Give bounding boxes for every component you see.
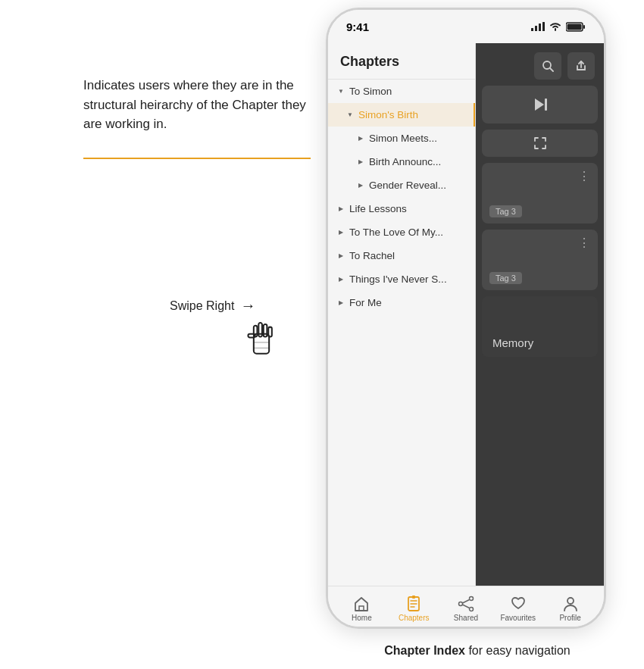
chapters-icon — [405, 596, 422, 612]
chapter-item-simon-meets[interactable]: Simon Meets... — [328, 127, 475, 150]
arrow-right-icon: → — [240, 297, 255, 314]
nav-item-home[interactable]: Home — [336, 596, 388, 622]
nav-home-label: Home — [352, 614, 372, 622]
search-button[interactable] — [534, 52, 561, 80]
signal-icon — [531, 22, 545, 31]
chapters-header: Chapters — [328, 43, 475, 80]
chevron-icon — [345, 110, 355, 120]
annotation-line — [83, 158, 311, 159]
svg-point-30 — [567, 598, 574, 604]
tag-badge-2: Tag 3 — [489, 272, 522, 284]
nav-item-profile[interactable]: Profile — [544, 596, 596, 622]
right-panel: Tag 3 ⋮ Tag 3 ⋮ Memory — [476, 43, 604, 586]
chevron-icon — [336, 204, 346, 214]
chevron-icon — [336, 274, 346, 285]
nav-profile-label: Profile — [559, 614, 580, 622]
tag-badge-1: Tag 3 — [489, 205, 522, 217]
nav-item-favourites[interactable]: Favourites — [492, 596, 544, 622]
chapter-label: Simon's Birth — [358, 109, 418, 120]
chapter-item-birth-announce[interactable]: Birth Announc... — [328, 150, 475, 174]
nav-item-shared[interactable]: Shared — [440, 596, 492, 622]
chapter-label: Things I've Never S... — [349, 274, 447, 285]
chapter-label: To Simon — [349, 86, 392, 97]
svg-line-28 — [462, 600, 469, 604]
phone-mockup: 9:41 Chapters — [326, 8, 606, 629]
chapter-item-things-ive-never[interactable]: Things I've Never S... — [328, 267, 475, 291]
expand-icon — [533, 136, 547, 150]
right-top-icons — [482, 49, 598, 80]
profile-icon — [562, 596, 579, 612]
svg-rect-14 — [567, 23, 582, 30]
phone-content: Chapters To Simon Simon's Birth Simon Me… — [328, 43, 604, 586]
share-button[interactable] — [567, 52, 595, 80]
play-next-icon — [531, 95, 549, 114]
chapters-panel: Chapters To Simon Simon's Birth Simon Me… — [328, 43, 476, 586]
chapter-item-simons-birth[interactable]: Simon's Birth — [328, 103, 475, 127]
chapter-item-for-me[interactable]: For Me — [328, 291, 475, 314]
chevron-icon — [336, 298, 346, 308]
status-time: 9:41 — [346, 20, 369, 33]
more-options-icon-2[interactable]: ⋮ — [578, 236, 590, 250]
svg-rect-4 — [268, 327, 272, 337]
bottom-annotation-bold: Chapter Index — [384, 644, 465, 657]
chapter-label: Life Lessons — [349, 203, 407, 214]
chapter-label: To Rachel — [349, 250, 395, 261]
battery-icon — [566, 22, 586, 32]
status-bar: 9:41 — [328, 10, 604, 43]
svg-rect-9 — [535, 26, 537, 31]
shared-icon — [458, 596, 474, 612]
chevron-icon — [355, 157, 366, 167]
bottom-nav: Home Chapters Shared — [328, 586, 604, 629]
wifi-icon — [549, 22, 561, 31]
svg-rect-11 — [542, 22, 545, 31]
share-icon — [575, 60, 587, 72]
hand-swipe-icon — [242, 314, 280, 360]
svg-rect-18 — [545, 98, 547, 111]
svg-line-29 — [462, 605, 469, 608]
status-icons — [531, 22, 586, 32]
annotation-text: Indicates users where they are in the st… — [83, 76, 311, 134]
expand-area[interactable] — [482, 130, 598, 157]
chapters-list: To Simon Simon's Birth Simon Meets... Bi… — [328, 80, 475, 586]
memory-card-1[interactable]: Tag 3 ⋮ — [482, 163, 598, 224]
chapter-item-life-lessons[interactable]: Life Lessons — [328, 197, 475, 220]
nav-favourites-label: Favourites — [500, 614, 536, 622]
swipe-right-label: Swipe Right → — [170, 297, 255, 314]
svg-point-27 — [469, 608, 473, 611]
search-icon — [542, 60, 554, 72]
memory-label: Memory — [492, 336, 533, 349]
more-options-icon-1[interactable]: ⋮ — [578, 169, 590, 183]
bottom-annotation: Chapter Index for easy navigation — [322, 644, 633, 658]
svg-rect-8 — [531, 28, 533, 31]
svg-point-25 — [469, 597, 473, 601]
left-annotation-area: Indicates users where they are in the st… — [0, 0, 326, 669]
chapter-item-to-rachel[interactable]: To Rachel — [328, 244, 475, 267]
favourites-icon — [510, 596, 527, 612]
svg-rect-10 — [539, 23, 541, 31]
media-player[interactable] — [482, 86, 598, 123]
chapter-item-gender-reveal[interactable]: Gender Reveal... — [328, 174, 475, 197]
memory-label-card[interactable]: Memory — [482, 296, 598, 357]
nav-chapters-label: Chapters — [399, 614, 430, 622]
chapter-item-to-the-love[interactable]: To The Love Of My... — [328, 220, 475, 244]
svg-point-26 — [458, 602, 462, 606]
bottom-annotation-text: for easy navigation — [468, 644, 570, 657]
svg-marker-17 — [535, 98, 544, 111]
nav-shared-label: Shared — [454, 614, 478, 622]
chapter-label: Simon Meets... — [369, 133, 437, 144]
svg-rect-19 — [359, 606, 364, 611]
chevron-icon — [355, 180, 366, 191]
memory-card-2[interactable]: Tag 3 ⋮ — [482, 230, 598, 290]
svg-rect-3 — [264, 324, 267, 337]
chapter-item-to-simon[interactable]: To Simon — [328, 80, 475, 103]
chapter-label: To The Love Of My... — [349, 227, 443, 238]
nav-item-chapters[interactable]: Chapters — [388, 596, 440, 622]
svg-line-16 — [550, 68, 553, 71]
svg-rect-24 — [412, 596, 415, 599]
chapter-label: For Me — [349, 297, 382, 308]
chevron-icon — [336, 227, 346, 238]
chevron-icon — [336, 86, 346, 97]
svg-rect-13 — [583, 25, 585, 29]
chevron-icon — [336, 251, 346, 261]
home-icon — [353, 596, 370, 612]
